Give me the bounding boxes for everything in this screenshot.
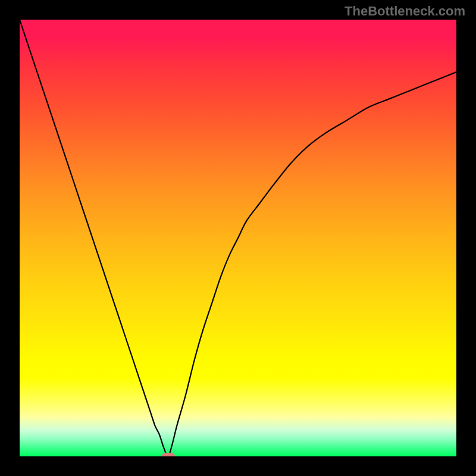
watermark: TheBottleneck.com [345, 4, 465, 19]
plot-area [20, 20, 456, 456]
chart-container: TheBottleneck.com [0, 0, 476, 476]
minimum-marker [162, 453, 175, 456]
curve-svg [20, 20, 456, 456]
bottleneck-curve [20, 20, 456, 456]
